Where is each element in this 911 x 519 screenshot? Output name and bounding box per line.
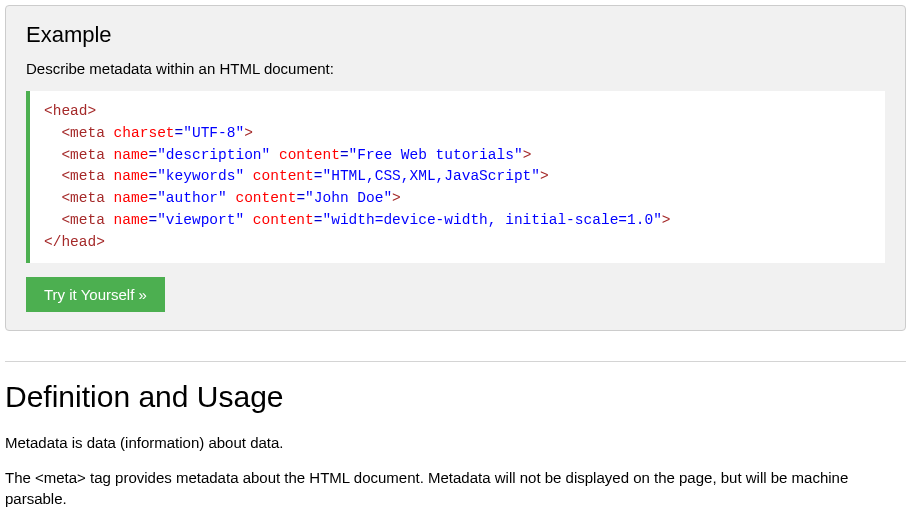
code-eq: =	[296, 190, 305, 206]
code-tag: <head>	[44, 103, 96, 119]
code-attr: content	[244, 168, 314, 184]
code-attr: content	[244, 212, 314, 228]
code-val: "HTML,CSS,XML,JavaScript"	[322, 168, 540, 184]
try-it-yourself-button[interactable]: Try it Yourself »	[26, 277, 165, 312]
code-val: "description"	[157, 147, 270, 163]
code-attr: name	[105, 147, 149, 163]
code-tag: <meta	[44, 168, 105, 184]
code-val: "UTF-8"	[183, 125, 244, 141]
code-close: >	[662, 212, 671, 228]
example-box: Example Describe metadata within an HTML…	[5, 5, 906, 331]
code-val: "John Doe"	[305, 190, 392, 206]
code-eq: =	[148, 168, 157, 184]
code-attr: charset	[105, 125, 175, 141]
code-attr: name	[105, 168, 149, 184]
code-attr: name	[105, 212, 149, 228]
example-title: Example	[26, 22, 885, 48]
definition-paragraph: Metadata is data (information) about dat…	[5, 432, 906, 453]
code-attr: content	[270, 147, 340, 163]
code-val: "width=device-width, initial-scale=1.0"	[322, 212, 661, 228]
code-eq: =	[175, 125, 184, 141]
definition-paragraph: The <meta> tag provides metadata about t…	[5, 467, 906, 509]
divider	[5, 361, 906, 362]
code-attr: content	[227, 190, 297, 206]
code-tag: <meta	[44, 125, 105, 141]
code-attr: name	[105, 190, 149, 206]
code-close: >	[523, 147, 532, 163]
code-eq: =	[148, 147, 157, 163]
code-close: >	[244, 125, 253, 141]
code-tag: <meta	[44, 147, 105, 163]
code-val: "keywords"	[157, 168, 244, 184]
code-tag: <meta	[44, 190, 105, 206]
code-eq: =	[148, 212, 157, 228]
definition-heading: Definition and Usage	[5, 380, 906, 414]
code-val: "Free Web tutorials"	[349, 147, 523, 163]
code-block: <head> <meta charset="UTF-8"> <meta name…	[26, 91, 885, 263]
code-tag: </head>	[44, 234, 105, 250]
code-val: "viewport"	[157, 212, 244, 228]
code-val: "author"	[157, 190, 227, 206]
code-tag: <meta	[44, 212, 105, 228]
code-eq: =	[148, 190, 157, 206]
code-close: >	[540, 168, 549, 184]
code-close: >	[392, 190, 401, 206]
code-eq: =	[340, 147, 349, 163]
example-description: Describe metadata within an HTML documen…	[26, 60, 885, 77]
content-section: Definition and Usage Metadata is data (i…	[0, 380, 911, 519]
